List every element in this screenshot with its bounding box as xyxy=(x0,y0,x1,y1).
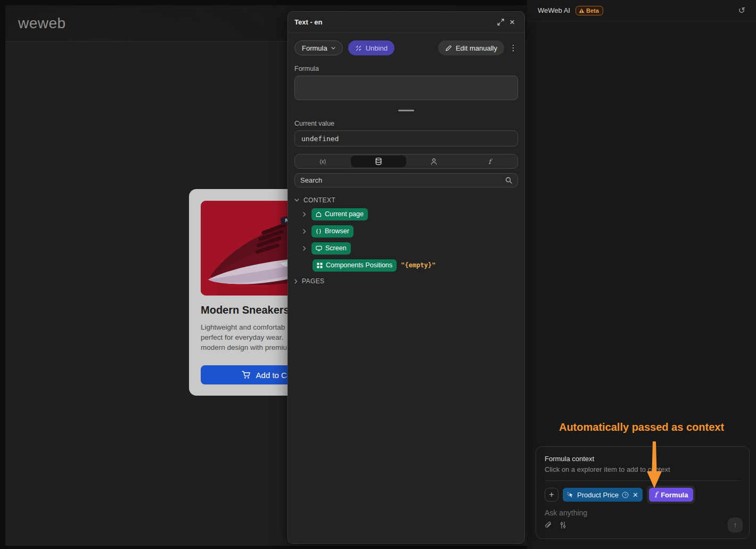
tree-row-screen: Screen xyxy=(294,240,518,257)
resize-handle[interactable] xyxy=(398,110,414,111)
formula-context-box: Formula context Click on a explorer item… xyxy=(536,446,750,539)
search-box xyxy=(294,173,518,187)
context-box-footer: ↑ xyxy=(545,518,743,532)
binding-modal: Text - en × Formula Unbind xyxy=(287,11,525,544)
help-icon[interactable]: ? xyxy=(622,491,629,498)
tree-row-browser: Browser xyxy=(294,223,518,240)
tree-item-value: "{empty}" xyxy=(401,261,435,269)
context-box-title: Formula context xyxy=(545,455,741,463)
beta-badge: Beta xyxy=(576,6,603,15)
home-icon xyxy=(316,211,322,217)
tree-row-components-positions: Components Positions "{empty}" xyxy=(294,257,518,274)
unlink-icon xyxy=(355,45,362,52)
ask-anything-input[interactable] xyxy=(545,509,741,517)
divider xyxy=(545,480,741,481)
current-value-label: Current value xyxy=(294,120,518,127)
beta-label: Beta xyxy=(586,7,599,14)
context-annotation: Automatically passed as context xyxy=(527,421,756,433)
context-section-header[interactable]: CONTEXT xyxy=(294,195,518,206)
tree-chip-label: Components Positions xyxy=(326,261,392,269)
grid-icon xyxy=(317,263,323,268)
tree-chip-current-page[interactable]: Current page xyxy=(311,208,368,220)
ai-panel-title: WeWeb AI xyxy=(538,6,570,14)
arrow-down-icon xyxy=(646,441,663,488)
formula-chip-highlight: f Formula xyxy=(647,486,695,504)
unbind-label: Unbind xyxy=(366,44,388,52)
pages-section-header[interactable]: PAGES xyxy=(294,276,518,286)
tree-chip-browser[interactable]: Browser xyxy=(311,225,354,237)
chevron-right-icon[interactable] xyxy=(303,212,310,217)
binding-type-dropdown[interactable]: Formula xyxy=(294,40,343,55)
modal-body: Formula Unbind Edit manually ⋮ Formula xyxy=(288,33,524,293)
weweb-ai-panel: WeWeb AI Beta ↺ Automatically passed as … xyxy=(527,0,756,549)
chevron-down-icon xyxy=(294,199,299,202)
tab-data[interactable] xyxy=(351,155,407,167)
formula-input[interactable] xyxy=(294,76,518,100)
screen-icon xyxy=(316,245,322,251)
formula-chip[interactable]: f Formula xyxy=(649,488,693,502)
search-icon xyxy=(505,177,512,184)
product-price-chip[interactable]: Product Price ? ✕ xyxy=(563,488,643,502)
tree-chip-label: Screen xyxy=(325,244,347,252)
chevron-right-icon xyxy=(294,279,298,284)
binding-toolbar: Formula Unbind Edit manually ⋮ xyxy=(294,40,518,55)
tree-chip-screen[interactable]: Screen xyxy=(311,242,351,255)
tree-row-current-page: Current page xyxy=(294,206,518,223)
user-icon xyxy=(431,158,437,165)
tab-formulas[interactable]: f xyxy=(462,154,518,168)
context-box-subtitle: Click on a explorer item to add to conte… xyxy=(545,465,741,473)
tree-chip-components-positions[interactable]: Components Positions xyxy=(313,259,397,272)
unbind-button[interactable]: Unbind xyxy=(348,40,395,55)
explorer-tabs: (x) f xyxy=(294,154,518,169)
tree-chip-label: Current page xyxy=(325,210,364,218)
formula-label: Formula xyxy=(294,65,518,72)
add-context-button[interactable]: + xyxy=(545,488,558,502)
variables-icon: (x) xyxy=(319,159,326,165)
close-icon[interactable]: × xyxy=(506,17,518,28)
formula-chip-label: Formula xyxy=(661,491,688,499)
send-button[interactable]: ↑ xyxy=(728,518,743,532)
chevron-down-icon xyxy=(331,47,335,50)
formula-icon: f xyxy=(654,490,657,499)
context-section-label: CONTEXT xyxy=(303,196,335,204)
data-icon xyxy=(375,158,382,165)
chevron-right-icon[interactable] xyxy=(303,246,310,251)
binding-type-label: Formula xyxy=(302,44,327,52)
pencil-icon xyxy=(445,45,452,52)
ai-panel-header: WeWeb AI Beta ↺ xyxy=(527,0,756,21)
kebab-menu-icon[interactable]: ⋮ xyxy=(508,43,518,53)
code-icon xyxy=(316,228,322,234)
product-price-label: Product Price xyxy=(577,491,619,499)
history-icon[interactable]: ↺ xyxy=(738,5,745,15)
modal-header: Text - en × xyxy=(288,12,524,33)
tree-chip-label: Browser xyxy=(325,227,349,235)
edit-manually-label: Edit manually xyxy=(456,44,497,52)
expand-icon[interactable] xyxy=(495,17,506,28)
tab-user[interactable] xyxy=(406,154,462,168)
sliders-icon[interactable] xyxy=(560,521,566,529)
context-chips-row: + Product Price ? ✕ f Formula xyxy=(545,486,741,504)
current-value-display: undefined xyxy=(294,130,518,146)
weweb-logo: weweb xyxy=(18,15,66,32)
remove-chip-icon[interactable]: ✕ xyxy=(632,491,638,499)
tab-variables[interactable]: (x) xyxy=(295,154,351,168)
chevron-right-icon[interactable] xyxy=(303,229,310,234)
edit-manually-button[interactable]: Edit manually xyxy=(438,40,504,55)
search-input[interactable] xyxy=(300,176,505,184)
warning-icon xyxy=(579,8,585,13)
magic-cursor-icon xyxy=(567,491,574,498)
pages-section-label: PAGES xyxy=(302,277,324,285)
attachment-icon[interactable] xyxy=(545,521,552,529)
svg-text:?: ? xyxy=(624,493,626,497)
formula-icon: f xyxy=(488,158,491,166)
cart-icon xyxy=(242,371,251,379)
modal-title: Text - en xyxy=(294,18,323,26)
